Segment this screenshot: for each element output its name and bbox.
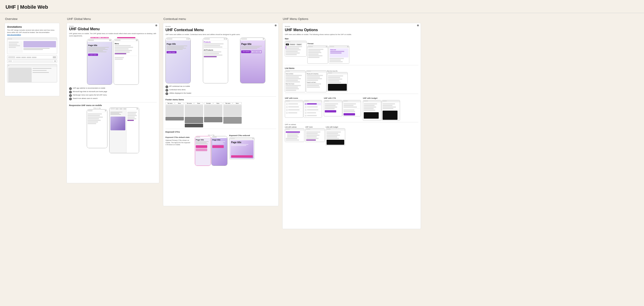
ctx-menu-divider <box>204 48 227 49</box>
exposed-cta-subtitle: Exposed CTAs <box>166 131 276 133</box>
nav-chip-3[interactable]: Support <box>296 43 302 45</box>
other-in-title: Other in title <box>87 107 108 109</box>
ctx-menu-item-2 <box>204 51 222 52</box>
footer-tab-3[interactable]: Tab name <box>185 102 194 104</box>
side-item <box>128 118 136 119</box>
nav-list-item <box>287 48 299 49</box>
ms-logo-list-3 <box>328 73 332 74</box>
cta-list-item-2 <box>344 103 356 104</box>
mock-sidebar-1 <box>8 41 22 53</box>
cta-list-item <box>325 103 338 104</box>
section-uhf-options-title: UHF Menu Options <box>282 17 421 21</box>
cta-bar-2[interactable] <box>196 149 207 151</box>
link-subnav-bar <box>285 129 304 130</box>
thread-featured: Selected <box>330 48 348 57</box>
ctx-ann-1: 1 API contextual nav on mobile <box>166 85 276 88</box>
uhf-header-bar <box>7 55 57 59</box>
ms-logo-icons-2 <box>304 101 309 102</box>
cta-purple-btn-2[interactable] <box>344 113 355 116</box>
footer-tab-1[interactable]: Tab name <box>166 102 174 104</box>
hamburger-ctx-3 <box>263 38 264 40</box>
list-content-1: Azure services More from Azure <box>285 72 305 92</box>
item-icon-circle-2 <box>286 106 288 108</box>
cta-bar-1 <box>324 100 342 102</box>
footer-tab-5[interactable]: Example <box>204 102 213 104</box>
thread-feat-item <box>330 51 344 52</box>
ctx-cta-secondary[interactable]: Learn more <box>251 50 262 53</box>
footer-tab-2[interactable]: None <box>175 102 184 104</box>
exposed-cta-section: Exposed CTAs default state Optional Prim… <box>166 135 276 166</box>
nav-links <box>16 57 52 58</box>
body-line <box>241 47 260 48</box>
annotation-desc: The UHF design includes several rules ab… <box>7 29 57 34</box>
doc-link[interactable]: See documentation <box>7 34 57 36</box>
thread-item-2 <box>330 58 344 59</box>
nav-item <box>94 37 98 38</box>
global-description: UHF global menu on mobile. The UHF globa… <box>69 32 157 37</box>
nav-opt-1: All Products Support <box>285 41 306 57</box>
ms-logo-budget-2 <box>382 101 387 102</box>
ms-logo-link-subnav <box>286 129 290 130</box>
scroll-cta-bar[interactable] <box>231 155 253 157</box>
content-block-1 <box>24 41 56 47</box>
uhf-budget-subtitle: UHF with budget <box>363 97 400 99</box>
footer-tab-4[interactable]: None <box>194 102 203 104</box>
footer-tab-6[interactable]: None <box>214 102 222 104</box>
nav-browser-1: All Products Support <box>285 41 306 57</box>
budget-item-2 <box>382 105 392 106</box>
ms-logo-icons <box>286 101 290 102</box>
thread-item <box>308 57 320 58</box>
resp-phone-container-2 <box>109 107 139 154</box>
search-input-mockup <box>13 60 53 62</box>
ctx-num-1: 1 <box>166 85 168 88</box>
ctx-screen-1: Page title Learn more <box>166 40 190 83</box>
annotation-block: Annotations The UHF design includes seve… <box>7 25 57 36</box>
footer-content-block-3 <box>204 105 222 116</box>
mobile-right <box>32 68 56 82</box>
exp-page-title-1b: Page title <box>212 139 226 141</box>
footer-tab-7[interactable]: Tab name <box>223 102 232 104</box>
thread-opt-section: Thread <box>307 41 349 64</box>
cta-purple-btn[interactable] <box>325 110 336 113</box>
ctx-menu-item <box>204 45 220 46</box>
cta-btn-1[interactable]: Learn more <box>88 54 98 56</box>
cta-bar-1[interactable] <box>196 145 207 148</box>
ctx-menu-item-2 <box>204 54 222 56</box>
nav-list-item <box>286 54 297 55</box>
exposed-scroll-browser: Page title <box>229 138 254 159</box>
ms-logo-resp2 <box>110 108 115 110</box>
resp-header-2 <box>110 108 139 110</box>
ctx-menu-item-2 <box>204 53 219 54</box>
search-label <box>8 60 12 62</box>
cta-bar-3[interactable] <box>212 145 224 148</box>
sub-item <box>287 135 298 136</box>
ctx-cta-1[interactable]: Learn more <box>166 51 176 53</box>
ms-logo-list-1 <box>286 71 290 72</box>
nav-item <box>91 37 94 38</box>
sub-item <box>287 133 299 134</box>
ctx-menu-screen-2: Products All Products <box>203 40 228 83</box>
nav-chip-2[interactable]: Products <box>290 43 296 45</box>
footer-dark-block-4 <box>223 117 242 124</box>
resp-phone-container-1: Other in title <box>87 107 108 149</box>
num-1: 1 <box>69 87 72 90</box>
mobile-frame-placeholder <box>7 64 57 82</box>
phone-mockup-1: Page title Learn more <box>87 39 112 85</box>
footer-nav-row-1: Tab name None <box>166 102 184 104</box>
li-item-4 <box>307 87 320 88</box>
frame-close-dot-ctx[interactable] <box>275 24 276 26</box>
nav-chip-1[interactable]: All <box>286 43 289 45</box>
li-item-5 <box>328 82 341 83</box>
budget-content-1 <box>363 102 381 119</box>
ctx-logo-2 <box>204 38 210 40</box>
ctx-screen-3: Page title Get started Learn more <box>240 40 265 83</box>
item-icon-circle-8 <box>305 112 306 114</box>
footer-tab-8[interactable]: None <box>233 102 242 104</box>
icons-menu-item-9 <box>304 115 321 117</box>
ctx-cta-main[interactable]: Get started <box>241 50 251 53</box>
list-content-2: Buying and comparing Support and learn <box>306 72 326 89</box>
nav-link <box>21 57 26 58</box>
frame-close-dot-opt[interactable] <box>417 24 419 26</box>
cta-bar-2 <box>343 100 361 102</box>
link-subnav-content <box>285 130 304 142</box>
